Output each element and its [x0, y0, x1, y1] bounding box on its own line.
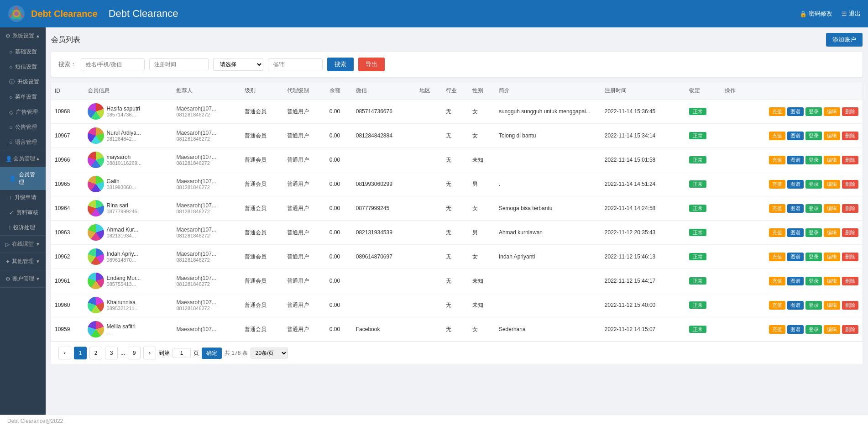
- page-1-btn[interactable]: 1: [74, 347, 87, 359]
- table-row: 10963 Ahmad Kur... 082131934... Maesaroh…: [51, 221, 863, 245]
- date-input[interactable]: [149, 58, 209, 70]
- delete-btn[interactable]: 删除: [842, 204, 858, 213]
- edit-btn[interactable]: 编辑: [824, 204, 840, 213]
- edit-btn[interactable]: 编辑: [824, 228, 840, 237]
- edit-btn[interactable]: 编辑: [824, 132, 840, 140]
- add-account-button[interactable]: 添加账户: [826, 33, 863, 47]
- sidebar-item-ads[interactable]: ◇ 广告管理: [0, 105, 46, 120]
- delete-btn[interactable]: 删除: [842, 132, 858, 140]
- status-badge: 正常: [689, 253, 706, 260]
- login-btn[interactable]: 登录: [805, 156, 822, 164]
- cell-level: 普通会员: [241, 221, 283, 245]
- goto-confirm-btn[interactable]: 确定: [202, 348, 222, 359]
- recharge-btn[interactable]: 充值: [769, 180, 785, 189]
- login-btn[interactable]: 登录: [805, 325, 822, 334]
- sidebar-section-member-header[interactable]: 👤 会员管理 ▲: [0, 150, 46, 167]
- delete-btn[interactable]: 删除: [842, 301, 858, 310]
- recharge-btn[interactable]: 充值: [769, 107, 785, 116]
- login-btn[interactable]: 登录: [805, 301, 822, 310]
- col-reg-time: 注册时间: [601, 82, 685, 100]
- recharge-btn[interactable]: 充值: [769, 132, 785, 140]
- recharge-btn[interactable]: 充值: [769, 228, 785, 237]
- col-agent-level: 代理级别: [283, 82, 326, 100]
- cell-wechat: 081993060299: [352, 172, 416, 196]
- edit-btn[interactable]: 编辑: [824, 253, 840, 261]
- delete-btn[interactable]: 删除: [842, 156, 858, 164]
- delete-btn[interactable]: 删除: [842, 253, 858, 261]
- password-change-btn[interactable]: 🔒 密码修改: [800, 10, 832, 18]
- sidebar-section-system: ⚙ 系统设置 ▲ ○ 基础设置 ○ 短信设置 ⓘ 升级设置 ○ 菜单设置 ◇: [0, 27, 46, 150]
- logout-btn[interactable]: ☰ 退出: [842, 10, 861, 18]
- page-9-btn[interactable]: 9: [128, 347, 141, 359]
- sidebar-item-upgrade[interactable]: ⓘ 升级设置: [0, 74, 46, 90]
- recharge-btn[interactable]: 充值: [769, 156, 785, 164]
- avatar: [88, 273, 104, 289]
- export-button[interactable]: 导出: [358, 58, 385, 71]
- sidebar-item-sms[interactable]: ○ 短信设置: [0, 59, 46, 74]
- sidebar-section-account-header[interactable]: ⚙ 账户管理 ▼: [0, 270, 46, 287]
- edit-btn[interactable]: 编辑: [824, 156, 840, 164]
- dot-icon: ⓘ: [9, 78, 15, 86]
- delete-btn[interactable]: 删除: [842, 180, 858, 189]
- qrcode-btn[interactable]: 图谱: [787, 107, 804, 116]
- city-input[interactable]: [268, 58, 323, 70]
- sidebar-item-audit[interactable]: ✓ 资料审核: [0, 205, 46, 220]
- sidebar-item-lang[interactable]: ○ 语言管理: [0, 135, 46, 150]
- page-3-btn[interactable]: 3: [105, 347, 118, 359]
- level-select[interactable]: 请选择: [213, 58, 263, 71]
- search-input[interactable]: [81, 58, 145, 70]
- edit-btn[interactable]: 编辑: [824, 277, 840, 285]
- login-btn[interactable]: 登录: [805, 228, 822, 237]
- edit-btn[interactable]: 编辑: [824, 107, 840, 116]
- recharge-btn[interactable]: 充值: [769, 325, 785, 334]
- qrcode-btn[interactable]: 图谱: [787, 325, 804, 334]
- edit-btn[interactable]: 编辑: [824, 301, 840, 310]
- qrcode-btn[interactable]: 图谱: [787, 180, 804, 189]
- qrcode-btn[interactable]: 图谱: [787, 277, 804, 285]
- sidebar-item-menu[interactable]: ○ 菜单设置: [0, 90, 46, 105]
- qrcode-btn[interactable]: 图谱: [787, 132, 804, 140]
- prev-page-btn[interactable]: ‹: [58, 347, 71, 359]
- login-btn[interactable]: 登录: [805, 132, 822, 140]
- edit-btn[interactable]: 编辑: [824, 180, 840, 189]
- recharge-btn[interactable]: 充值: [769, 204, 785, 213]
- delete-btn[interactable]: 删除: [842, 228, 858, 237]
- qrcode-btn[interactable]: 图谱: [787, 156, 804, 164]
- sidebar-item-member-list[interactable]: 👤 会员管理: [0, 167, 46, 190]
- login-btn[interactable]: 登录: [805, 253, 822, 261]
- qrcode-btn[interactable]: 图谱: [787, 228, 804, 237]
- sidebar-item-notice[interactable]: ○ 公告管理: [0, 120, 46, 135]
- sidebar-item-member-label: 会员管理: [19, 171, 40, 186]
- edit-btn[interactable]: 编辑: [824, 325, 840, 334]
- search-button[interactable]: 搜索: [327, 58, 354, 71]
- search-bar: 搜索： 请选择 搜索 导出: [51, 52, 863, 77]
- lock-icon: 🔒: [800, 11, 807, 17]
- page-2-btn[interactable]: 2: [89, 347, 102, 359]
- recharge-btn[interactable]: 充值: [769, 277, 785, 285]
- qrcode-btn[interactable]: 图谱: [787, 204, 804, 213]
- sidebar-section-course-header[interactable]: ▷ 在线课堂 ▼: [0, 236, 46, 253]
- sidebar-item-upgrade-apply[interactable]: ↑ 升级申请: [0, 190, 46, 205]
- per-page-select[interactable]: 20条/页 50条/页 100条/页: [251, 348, 288, 358]
- referrer-name: Maesaroh(107...: [176, 227, 237, 233]
- sidebar-item-complaint[interactable]: ! 投诉处理: [0, 220, 46, 235]
- sidebar-section-other: ✦ 其他管理 ▼: [0, 253, 46, 270]
- qrcode-btn[interactable]: 图谱: [787, 301, 804, 310]
- login-btn[interactable]: 登录: [805, 277, 822, 285]
- goto-page-input[interactable]: [173, 348, 191, 358]
- col-gender: 性别: [469, 82, 495, 100]
- login-btn[interactable]: 登录: [805, 107, 822, 116]
- login-btn[interactable]: 登录: [805, 204, 822, 213]
- sidebar-section-other-header[interactable]: ✦ 其他管理 ▼: [0, 253, 46, 270]
- sidebar-section-system-header[interactable]: ⚙ 系统设置 ▲: [0, 27, 46, 44]
- login-btn[interactable]: 登录: [805, 180, 822, 189]
- recharge-btn[interactable]: 充值: [769, 253, 785, 261]
- qrcode-btn[interactable]: 图谱: [787, 253, 804, 261]
- delete-btn[interactable]: 删除: [842, 277, 858, 285]
- delete-btn[interactable]: 删除: [842, 325, 858, 334]
- recharge-btn[interactable]: 充值: [769, 301, 785, 310]
- sidebar-item-basic[interactable]: ○ 基础设置: [0, 44, 46, 59]
- table-row: 10964 Rina sari 08777999245 Maesaroh(107…: [51, 196, 863, 221]
- delete-btn[interactable]: 删除: [842, 107, 858, 116]
- next-page-btn[interactable]: ›: [143, 347, 156, 359]
